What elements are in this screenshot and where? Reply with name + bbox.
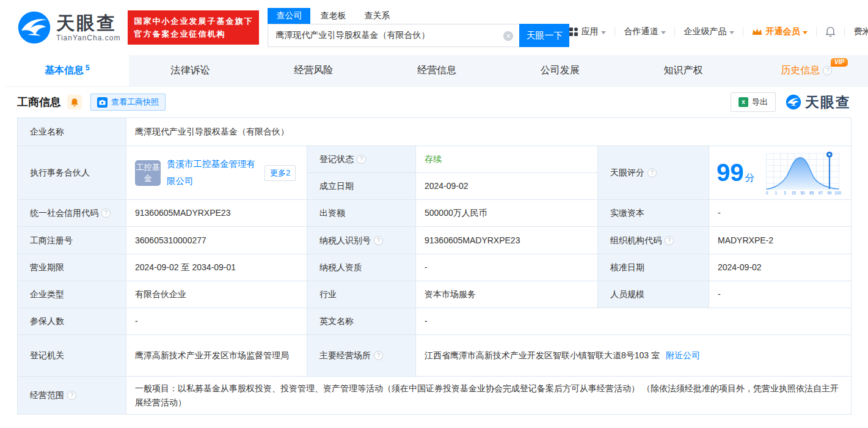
more-partners-button[interactable]: 更多2 bbox=[264, 165, 296, 181]
svg-text:50: 50 bbox=[800, 191, 805, 195]
field-label-reg-authority: 登记机关 bbox=[18, 335, 126, 377]
search-tab-boss[interactable]: 查老板 bbox=[312, 8, 354, 24]
watermark-logo: 天眼查 bbox=[786, 93, 851, 112]
search-tab-relation[interactable]: 查关系 bbox=[356, 8, 398, 24]
field-value-taxpayer-id: 91360605MADYRXPE23 bbox=[416, 227, 598, 254]
field-label-business-scope: 经营范围? bbox=[18, 377, 126, 415]
field-value-main-location: 江西省鹰潭市高新技术产业开发区智联小镇智联大道8号103 室 附近公司 bbox=[416, 335, 852, 377]
search-block: 查公司 查老板 查关系 ✕ 天眼一下 bbox=[268, 8, 569, 47]
tab-history-info[interactable]: VIP 历史信息 ? bbox=[745, 55, 868, 86]
field-value-org-code: MADYRXPE-2 bbox=[709, 227, 852, 254]
help-icon[interactable]: ? bbox=[67, 391, 76, 400]
brand-domain: TianYanCha.com bbox=[56, 34, 120, 42]
help-icon[interactable]: ? bbox=[665, 236, 674, 245]
tab-basic-info[interactable]: 基本信息5 bbox=[5, 55, 129, 86]
tianyancha-logo-icon bbox=[786, 94, 801, 110]
field-label-paid-capital: 实缴资本 bbox=[598, 200, 709, 227]
search-tabs: 查公司 查老板 查关系 bbox=[268, 8, 569, 24]
svg-text:3: 3 bbox=[784, 191, 786, 195]
field-label-insured-count: 参保人数 bbox=[18, 308, 126, 335]
svg-text:1: 1 bbox=[775, 191, 777, 195]
field-value-business-term: 2024-09-02 至 2034-09-01 bbox=[126, 254, 307, 281]
field-value-company-name: 鹰潭现代产业引导股权基金（有限合伙） bbox=[126, 118, 852, 146]
field-label-establish-date: 成立日期 bbox=[307, 173, 416, 200]
field-value-company-type: 有限合伙企业 bbox=[126, 281, 307, 308]
chevron-down-icon bbox=[601, 31, 606, 34]
search-button[interactable]: 天眼一下 bbox=[519, 24, 569, 47]
nav-apps[interactable]: 应用 bbox=[569, 26, 606, 37]
tab-company-development[interactable]: 公司发展 bbox=[498, 55, 622, 86]
field-label-main-location: 主要经营场所? bbox=[307, 335, 416, 377]
nav-user-menu[interactable]: 费米 bbox=[853, 26, 868, 37]
field-label-score: 天眼评分? bbox=[598, 146, 709, 200]
nav-divider bbox=[615, 27, 615, 37]
help-icon[interactable]: ? bbox=[101, 208, 111, 218]
field-value-industry: 资本市场服务 bbox=[416, 281, 598, 308]
bell-icon bbox=[70, 98, 79, 107]
nav-divider bbox=[816, 27, 817, 37]
help-icon[interactable]: ? bbox=[823, 66, 832, 75]
field-label-org-code: 组织机构代码? bbox=[598, 227, 709, 254]
tab-legal-litigation[interactable]: 法律诉讼 bbox=[129, 55, 252, 86]
nav-enterprise-products[interactable]: 企业级产品 bbox=[684, 26, 734, 37]
company-tabbar: 基本信息5 法律诉讼 经营风险 经营信息 公司发展 知识产权 VIP 历史信息 … bbox=[5, 55, 868, 87]
business-info-section-bar: 工商信息 查看工商快照 x 导出 天眼查 bbox=[0, 87, 868, 117]
official-credit-badge: 国家中小企业发展子基金旗下 官方备案企业征信机构 bbox=[128, 10, 259, 45]
field-label-reg-number: 工商注册号 bbox=[18, 227, 126, 254]
score-axis-labels: 0 1 3 15 50 85 97 99 100 bbox=[765, 191, 841, 195]
tab-business-risk[interactable]: 经营风险 bbox=[252, 55, 375, 86]
field-value-credit-code: 91360605MADYRXPE23 bbox=[126, 200, 307, 227]
field-label-company-type: 企业类型 bbox=[18, 281, 126, 308]
export-button[interactable]: x 导出 bbox=[731, 92, 776, 112]
field-label-english-name: 英文名称 bbox=[307, 308, 416, 335]
svg-text:0: 0 bbox=[765, 191, 768, 195]
svg-text:97: 97 bbox=[818, 191, 823, 195]
field-value-taxpayer-quality: - bbox=[416, 254, 598, 281]
top-nav: 应用 合作通道 企业级产品 开通会员 费米 bbox=[569, 26, 868, 37]
apps-grid-icon bbox=[569, 28, 578, 36]
score-panel[interactable]: 99分 0 1 3 15 50 85 97 bbox=[709, 146, 852, 200]
business-info-table: 企业名称 鹰潭现代产业引导股权基金（有限合伙） 执行事务合伙人 工控基金 贵溪市… bbox=[17, 117, 851, 415]
field-value-approval-date: 2024-09-02 bbox=[709, 254, 852, 281]
crown-icon bbox=[752, 28, 762, 36]
help-icon[interactable]: ? bbox=[647, 168, 657, 177]
field-value-reg-number: 360605310000277 bbox=[126, 227, 307, 254]
score-value: 99分 bbox=[717, 160, 755, 186]
nav-open-vip[interactable]: 开通会员 bbox=[752, 26, 808, 37]
bell-icon bbox=[825, 26, 836, 37]
tianyancha-logo[interactable]: 天眼查 TianYanCha.com bbox=[17, 10, 120, 45]
field-value-reg-authority: 鹰潭高新技术产业开发区市场监督管理局 bbox=[126, 335, 307, 377]
tab-business-info[interactable]: 经营信息 bbox=[375, 55, 498, 86]
view-snapshot-button[interactable]: 查看工商快照 bbox=[90, 94, 166, 111]
svg-text:99: 99 bbox=[827, 191, 832, 195]
search-input[interactable] bbox=[268, 24, 519, 46]
field-value-business-scope: 一般项目：以私募基金从事股权投资、投资管理、资产管理等活动（须在中国证券投资基金… bbox=[126, 377, 852, 415]
help-icon[interactable]: ? bbox=[374, 351, 383, 360]
partner-company-link[interactable]: 贵溪市工控基金管理有限公司 bbox=[167, 156, 258, 190]
partner-logo: 工控基金 bbox=[135, 160, 161, 186]
field-label-business-term: 营业期限 bbox=[18, 254, 126, 281]
nav-notifications[interactable] bbox=[825, 26, 836, 37]
chevron-down-icon bbox=[729, 31, 734, 34]
top-header: 天眼查 TianYanCha.com 国家中小企业发展子基金旗下 官方备案企业征… bbox=[0, 0, 868, 55]
field-value-insured-count: - bbox=[126, 308, 307, 335]
nav-cooperation[interactable]: 合作通道 bbox=[624, 26, 666, 37]
field-value-reg-status: 存续 bbox=[416, 146, 598, 173]
field-label-capital: 出资额 bbox=[307, 200, 416, 227]
field-label-taxpayer-quality: 纳税人资质 bbox=[307, 254, 416, 281]
field-label-managing-partner: 执行事务合伙人 bbox=[18, 146, 126, 200]
help-icon[interactable]: ? bbox=[374, 236, 383, 245]
monitor-bell-button[interactable] bbox=[67, 95, 82, 109]
help-icon[interactable]: ? bbox=[357, 155, 366, 164]
section-title: 工商信息 bbox=[17, 95, 61, 109]
nav-divider bbox=[844, 27, 845, 37]
field-value-paid-capital: - bbox=[709, 200, 852, 227]
search-input-wrap: ✕ bbox=[268, 24, 519, 47]
search-tab-company[interactable]: 查公司 bbox=[268, 8, 310, 24]
vip-badge: VIP bbox=[831, 58, 848, 67]
field-label-credit-code: 统一社会信用代码? bbox=[18, 200, 126, 227]
nav-divider bbox=[743, 27, 743, 37]
field-label-reg-status: 登记状态? bbox=[307, 146, 416, 173]
tab-intellectual-property[interactable]: 知识产权 bbox=[622, 55, 745, 86]
nearby-companies-link[interactable]: 附近公司 bbox=[666, 349, 700, 362]
